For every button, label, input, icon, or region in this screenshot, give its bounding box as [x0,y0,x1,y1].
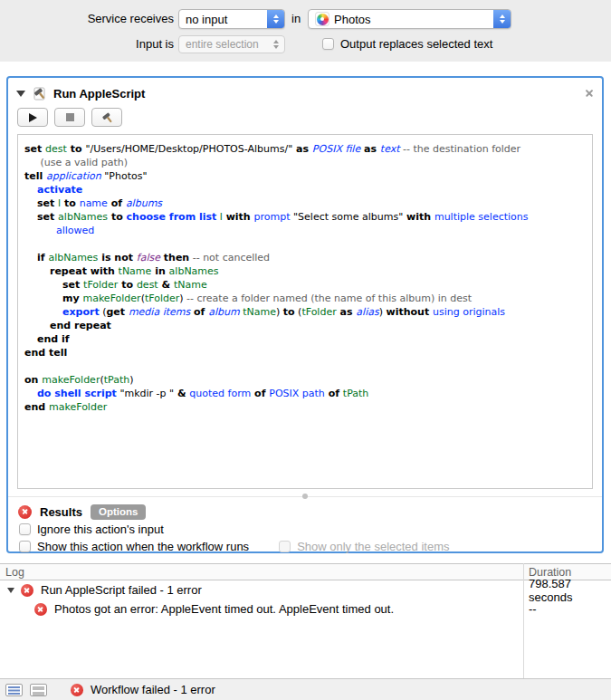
log-entry[interactable]: Run AppleScript failed - 1 error798.587 … [0,580,611,599]
run-icon [29,113,37,122]
service-input-value: no input [179,13,267,26]
output-replaces-label: Output replaces selected text [340,35,492,53]
log-column-header: Log [5,565,24,580]
disclosure-triangle-icon[interactable] [7,588,14,593]
close-icon[interactable] [584,89,594,99]
action-title: Run AppleScript [53,87,145,101]
log-entry-text: Run AppleScript failed - 1 error [41,583,202,597]
show-selected-label: Show only the selected items [297,540,449,553]
show-action-row: Show this action when the workflow runs … [19,540,450,553]
stop-script-button[interactable] [54,108,85,127]
ignore-input-checkbox[interactable] [19,523,31,535]
photos-app-icon [315,12,329,26]
error-icon [18,505,32,519]
service-input-select[interactable]: no input [178,9,285,29]
results-button[interactable]: Results [40,505,82,519]
log-entry[interactable]: Photos got an error: AppleEvent timed ou… [0,599,611,618]
log-header: Log Duration [0,563,611,580]
action-header: Run AppleScript [16,84,594,102]
log-entry-text: Photos got an error: AppleEvent timed ou… [54,602,394,616]
applescript-action-icon [32,86,47,101]
log-entry-duration: -- [529,602,537,616]
run-applescript-action: Run AppleScript set dest to "/Users/HOME… [6,76,604,553]
input-is-select: entire selection [178,35,285,53]
show-action-label: Show this action when the workflow runs [37,540,249,553]
service-app-select[interactable]: Photos [308,9,511,29]
service-app-value: Photos [334,13,370,26]
input-is-value: entire selection [179,38,267,51]
applescript-editor[interactable]: set dest to "/Users/HOME/Desktop/PHOTOS-… [17,134,593,489]
log-view-toggle-icon[interactable] [5,684,23,696]
compile-hammer-icon [100,111,113,124]
editor-resize-handle[interactable] [302,494,308,499]
error-icon [34,603,47,616]
action-toolbar [17,108,122,127]
chevron-updown-icon [267,36,284,53]
chevron-updown-icon [493,10,511,28]
error-icon [21,584,33,597]
output-replaces-checkbox[interactable] [322,38,334,50]
chevron-updown-icon [267,10,284,28]
input-is-label: Input is [0,35,174,53]
variables-view-toggle-icon[interactable] [30,684,47,696]
log-list: Run AppleScript failed - 1 error798.587 … [0,580,611,618]
show-selected-group: Show only the selected items [279,540,449,553]
error-icon [71,684,83,696]
status-bar: Workflow failed - 1 error [0,678,611,700]
run-script-button[interactable] [17,108,48,127]
service-settings-bar: Service receives no input in Photos Inpu… [0,0,611,62]
in-label: in [291,9,301,29]
stop-icon [66,113,74,121]
results-row: Results Options [18,503,146,520]
options-button[interactable]: Options [91,504,146,520]
ignore-input-label: Ignore this action's input [37,523,164,536]
ignore-input-row: Ignore this action's input [19,523,164,536]
compile-script-button[interactable] [91,108,122,127]
disclosure-triangle-icon[interactable] [16,91,25,97]
service-receives-label: Service receives [0,9,174,29]
show-action-checkbox[interactable] [19,541,31,552]
workflow-status-text: Workflow failed - 1 error [91,683,215,696]
show-selected-checkbox [279,541,291,552]
